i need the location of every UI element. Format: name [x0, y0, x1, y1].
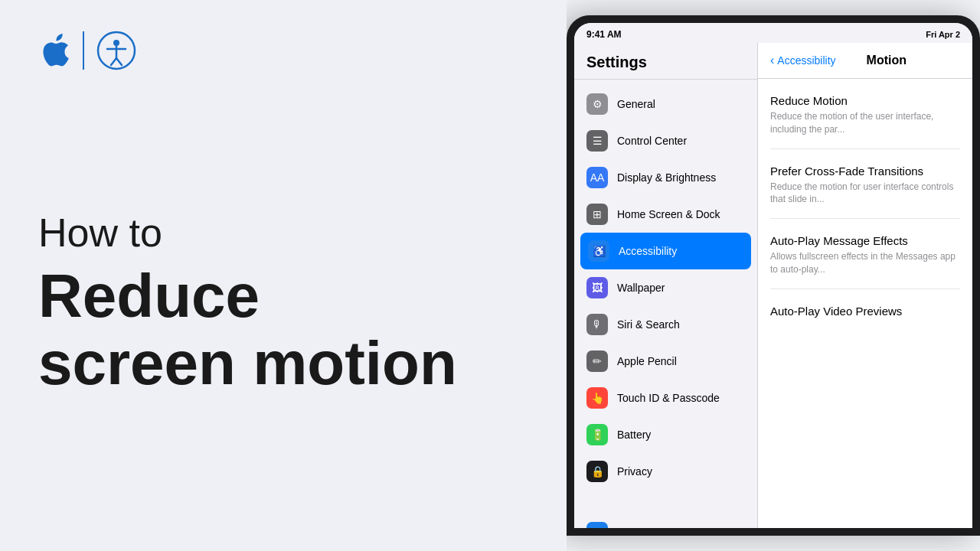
settings-item-wallpaper[interactable]: 🖼Wallpaper	[574, 269, 757, 306]
logo-divider	[83, 31, 84, 70]
settings-item-label-home-screen: Home Screen & Dock	[617, 208, 720, 220]
motion-item-title-2: Auto-Play Message Effects	[770, 234, 960, 247]
settings-item-app-store[interactable]: AApp Store	[574, 514, 757, 528]
accessibility-icon: ♿	[588, 240, 609, 262]
motion-item-desc-2: Allows fullscreen effects in the Message…	[770, 250, 960, 276]
motion-item-0[interactable]: Reduce MotionReduce the motion of the us…	[770, 94, 960, 149]
motion-item-desc-0: Reduce the motion of the user interface,…	[770, 110, 960, 136]
settings-item-general[interactable]: ⚙General	[574, 86, 757, 122]
settings-item-label-app-store: App Store	[617, 527, 665, 528]
ipad-mockup: 9:41 AM Fri Apr 2 Settings ⚙General☰Cont…	[567, 15, 980, 536]
settings-item-label-control-center: Control Center	[617, 135, 687, 147]
apple-logo-icon	[38, 31, 70, 70]
ipad-screen: 9:41 AM Fri Apr 2 Settings ⚙General☰Cont…	[574, 23, 972, 528]
logo-area	[38, 31, 528, 70]
home-screen-icon: ⊞	[586, 204, 608, 225]
general-icon: ⚙	[586, 93, 608, 115]
settings-item-label-siri: Siri & Search	[617, 318, 680, 331]
text-content: How to Reduce screen motion	[38, 132, 528, 520]
screen-motion-label: screen motion	[38, 330, 528, 397]
display-icon: AA	[586, 167, 608, 188]
settings-item-control-center[interactable]: ☰Control Center	[574, 122, 757, 159]
detail-title: Motion	[867, 54, 906, 67]
motion-item-3[interactable]: Auto-Play Video Previews	[770, 305, 960, 333]
control-center-icon: ☰	[586, 130, 608, 152]
status-time: 9:41 AM	[586, 29, 622, 40]
battery-icon: 🔋	[586, 424, 608, 445]
back-label: Accessibility	[777, 54, 835, 67]
detail-panel: ‹ Accessibility Motion Reduce MotionRedu…	[758, 43, 972, 528]
motion-item-title-3: Auto-Play Video Previews	[770, 305, 960, 318]
detail-content: Reduce MotionReduce the motion of the us…	[758, 79, 972, 364]
settings-item-display[interactable]: AADisplay & Brightness	[574, 159, 757, 196]
back-chevron-icon: ‹	[770, 54, 774, 67]
settings-sidebar: Settings ⚙General☰Control CenterAADispla…	[574, 43, 758, 528]
app-store-icon: A	[586, 522, 608, 528]
accessibility-logo-icon	[96, 31, 136, 70]
settings-item-label-touch-id: Touch ID & Passcode	[617, 392, 720, 404]
back-link[interactable]: ‹ Accessibility	[770, 54, 836, 67]
settings-item-label-privacy: Privacy	[617, 465, 652, 478]
settings-item-label-wallpaper: Wallpaper	[617, 282, 665, 294]
how-to-label: How to	[38, 209, 528, 256]
app-content: Settings ⚙General☰Control CenterAADispla…	[574, 43, 972, 528]
settings-item-label-general: General	[617, 98, 655, 110]
left-panel: How to Reduce screen motion	[0, 0, 567, 551]
motion-item-1[interactable]: Prefer Cross-Fade TransitionsReduce the …	[770, 165, 960, 220]
settings-item-label-display: Display & Brightness	[617, 171, 716, 184]
settings-item-touch-id[interactable]: 👆Touch ID & Passcode	[574, 380, 757, 416]
right-panel: 9:41 AM Fri Apr 2 Settings ⚙General☰Cont…	[567, 0, 980, 551]
reduce-label: Reduce	[38, 262, 528, 330]
settings-item-siri[interactable]: 🎙Siri & Search	[574, 306, 757, 343]
siri-icon: 🎙	[586, 314, 608, 335]
settings-item-label-battery: Battery	[617, 429, 651, 441]
settings-header: Settings	[574, 43, 757, 80]
privacy-icon: 🔒	[586, 461, 608, 482]
motion-item-desc-1: Reduce the motion for user interface con…	[770, 181, 960, 207]
svg-line-4	[111, 58, 116, 65]
settings-item-apple-pencil[interactable]: ✏Apple Pencil	[574, 343, 757, 380]
touch-id-icon: 👆	[586, 387, 608, 409]
svg-line-5	[116, 58, 122, 65]
motion-item-title-0: Reduce Motion	[770, 94, 960, 107]
settings-item-label-apple-pencil: Apple Pencil	[617, 355, 677, 367]
settings-item-battery[interactable]: 🔋Battery	[574, 416, 757, 453]
status-date: Fri Apr 2	[926, 30, 960, 39]
status-bar: 9:41 AM Fri Apr 2	[574, 23, 972, 43]
settings-list: ⚙General☰Control CenterAADisplay & Brigh…	[574, 80, 757, 528]
settings-item-label-accessibility: Accessibility	[619, 245, 677, 257]
wallpaper-icon: 🖼	[586, 277, 608, 298]
motion-item-2[interactable]: Auto-Play Message EffectsAllows fullscre…	[770, 234, 960, 289]
detail-header: ‹ Accessibility Motion	[758, 43, 972, 79]
apple-pencil-icon: ✏	[586, 350, 608, 372]
motion-item-title-1: Prefer Cross-Fade Transitions	[770, 165, 960, 178]
settings-item-accessibility[interactable]: ♿Accessibility	[580, 233, 751, 269]
settings-item-privacy[interactable]: 🔒Privacy	[574, 453, 757, 490]
settings-item-home-screen[interactable]: ⊞Home Screen & Dock	[574, 196, 757, 233]
